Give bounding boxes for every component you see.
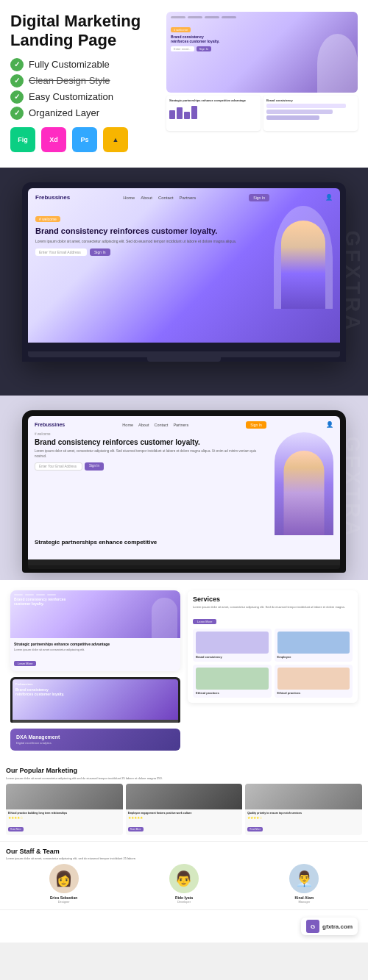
gfxtra-text: gfxtra.com bbox=[322, 923, 353, 930]
screen-footer-headline: Strategic partnerships enhance competiti… bbox=[35, 539, 333, 546]
service-img-2 bbox=[277, 632, 350, 654]
nav-dot-4 bbox=[222, 16, 236, 18]
check-icon-3 bbox=[10, 90, 24, 104]
xd-icon[interactable]: Xd bbox=[41, 127, 66, 152]
nav-about: About bbox=[141, 196, 152, 200]
service-img-3 bbox=[196, 668, 269, 690]
small-screen: Frebussines Brand consistencyreinforces … bbox=[13, 679, 178, 720]
preview-nav bbox=[171, 16, 353, 18]
bar-4 bbox=[191, 106, 197, 119]
nav-signin-btn[interactable]: Sign In bbox=[249, 194, 269, 201]
marketing-stars-3: ★★★★☆ bbox=[247, 815, 360, 820]
check-icon-4 bbox=[10, 107, 24, 120]
nav-partners: Partners bbox=[180, 196, 197, 200]
clean-hero: # welcome Brand consistency reinforces c… bbox=[35, 432, 333, 535]
sketch-icon[interactable]: ▲ bbox=[103, 127, 128, 152]
ps2-title: Brand consistency bbox=[266, 99, 355, 102]
ps2-item-3 bbox=[266, 115, 319, 120]
marketing-btn-1[interactable]: Read More bbox=[8, 827, 24, 831]
nav-dot-3 bbox=[205, 16, 219, 18]
clean-hero-left: # welcome Brand consistency reinforces c… bbox=[35, 432, 269, 471]
small-nav-brand: Frebussines bbox=[15, 682, 175, 686]
bp-dot-3 bbox=[36, 594, 45, 595]
service-item-3: Ethical practices bbox=[193, 665, 272, 698]
clean-input-row: Enter Your Email Address Sign In bbox=[35, 462, 269, 471]
small-headline: Brand consistencyreinforces customer loy… bbox=[15, 687, 175, 696]
preview-badge: # welcome bbox=[171, 27, 191, 32]
bp-screen: Brand consistency reinforcescustomer loy… bbox=[10, 590, 180, 638]
laptop-dark-section: GFXTRA Frebussines Home About Contact Pa… bbox=[0, 168, 368, 396]
marketing-btn-3[interactable]: Read More bbox=[247, 827, 263, 831]
services-description: Lorem ipsum dolor sit amet, consectetur … bbox=[193, 605, 353, 609]
nav-contact: Contact bbox=[158, 196, 174, 200]
laptop-headline: Brand consistency reinforces customer lo… bbox=[35, 226, 266, 236]
ps2-item-2 bbox=[266, 110, 333, 114]
services-panel: Services Lorem ipsum dolor sit amet, con… bbox=[188, 590, 358, 704]
laptop-email-input[interactable]: Enter Your Email Address bbox=[35, 248, 87, 256]
marketing-btn-2[interactable]: Read More bbox=[128, 827, 144, 831]
team-member-2: 👨 Rido Iyata Developer bbox=[126, 864, 241, 904]
laptop-email-row: Enter Your Email Address Sign In bbox=[35, 248, 266, 256]
services-column: Services Lorem ipsum dolor sit amet, con… bbox=[188, 590, 358, 751]
figma-icon[interactable]: Fig bbox=[10, 127, 35, 152]
clean-nav: Frebussines Home About Contact Partners … bbox=[35, 421, 333, 429]
bp-learn-more-btn[interactable]: Learn More bbox=[14, 661, 36, 666]
marketing-title: Our Popular Marketing bbox=[6, 767, 362, 774]
ps-icon[interactable]: Ps bbox=[72, 127, 97, 152]
marketing-grid: Ethical practice building long term rela… bbox=[6, 784, 362, 835]
service-label-1: Brand consistency bbox=[196, 655, 269, 659]
marketing-img-1 bbox=[6, 784, 123, 809]
laptop-nav-links: Home About Contact Partners bbox=[123, 196, 196, 200]
team-role-3: Manager bbox=[247, 900, 362, 904]
service-item-2: Employee bbox=[275, 629, 353, 662]
team-description: Lorem ipsum dolor sit amet, consectetur … bbox=[6, 856, 362, 860]
services-grid: Brand consistency Employee Ethical pract… bbox=[193, 629, 353, 698]
clean-laptop-screen: Frebussines Home About Contact Partners … bbox=[28, 416, 340, 559]
clean-email-input[interactable]: Enter Your Email Address bbox=[35, 462, 82, 471]
bp-sub-headline: Strategic partnerships enhance competiti… bbox=[14, 642, 177, 647]
check-icon-1 bbox=[10, 58, 24, 71]
laptop-badge: # welcome bbox=[35, 216, 60, 222]
clean-signup-btn[interactable]: Sign In bbox=[85, 462, 104, 471]
clean-nav-btn[interactable]: Sign In bbox=[246, 421, 266, 429]
clean-person bbox=[284, 451, 325, 535]
clean-nav-partners: Partners bbox=[173, 423, 188, 427]
bottom-preview-card: Brand consistency reinforcescustomer loy… bbox=[10, 590, 180, 671]
top-left-panel: Digital Marketing Landing Page Fully Cus… bbox=[10, 12, 158, 152]
preview-headline: Brand consistency reinforces customer lo… bbox=[171, 35, 222, 43]
footer-badge-area: G gfxtra.com bbox=[0, 909, 368, 943]
service-img-4 bbox=[277, 668, 350, 690]
marketing-item-3: Quality priority to ensure top notch ser… bbox=[245, 784, 362, 835]
tool-icons: Fig Xd Ps ▲ bbox=[10, 127, 158, 152]
services-learn-more[interactable]: Learn More bbox=[193, 619, 216, 624]
laptop-hero: # welcome Brand consistency reinforces c… bbox=[35, 206, 333, 309]
promo-box: DXA Management Digital excellence analyt… bbox=[10, 729, 180, 751]
service-label-2: Employee bbox=[277, 655, 350, 659]
preview-small-1: Strategic partnerships enhance competiti… bbox=[166, 96, 261, 131]
feature-text-2: Clean Design Style bbox=[29, 75, 110, 86]
preview-figure bbox=[317, 34, 358, 93]
marketing-content-2: Employee engagement fosters positive wor… bbox=[126, 809, 243, 835]
top-section: Digital Marketing Landing Page Fully Cus… bbox=[0, 0, 368, 167]
gfxtra-logo: G bbox=[306, 920, 319, 933]
clean-headline: Brand consistency reinforces customer lo… bbox=[35, 437, 269, 447]
team-role-1: Designer bbox=[6, 900, 121, 904]
bp-dot-4 bbox=[47, 594, 56, 595]
laptop-outer: Frebussines Home About Contact Partners … bbox=[22, 182, 346, 362]
feature-text-1: Fully Customizable bbox=[29, 59, 110, 70]
main-title: Digital Marketing Landing Page bbox=[10, 12, 158, 51]
bp-content: Strategic partnerships enhance competiti… bbox=[10, 638, 180, 671]
laptop-cta-btn[interactable]: Sign In bbox=[90, 248, 110, 256]
preview-small-2: Brand consistency bbox=[263, 96, 358, 131]
team-role-2: Developer bbox=[126, 900, 241, 904]
bp-text: Lorem ipsum dolor sit amet consectetur a… bbox=[14, 648, 177, 652]
marketing-item-2: Employee engagement fosters positive wor… bbox=[126, 784, 243, 835]
clean-laptop-bar bbox=[28, 559, 340, 565]
laptop-figure bbox=[274, 206, 333, 309]
bp-dot-2 bbox=[25, 594, 34, 595]
clean-hero-right bbox=[275, 432, 333, 535]
laptop-hero-text: # welcome Brand consistency reinforces c… bbox=[35, 206, 266, 256]
team-title: Our Staff & Team bbox=[6, 848, 362, 855]
marketing-item-1: Ethical practice building long term rela… bbox=[6, 784, 123, 835]
laptop-brand: Frebussines bbox=[35, 194, 70, 201]
